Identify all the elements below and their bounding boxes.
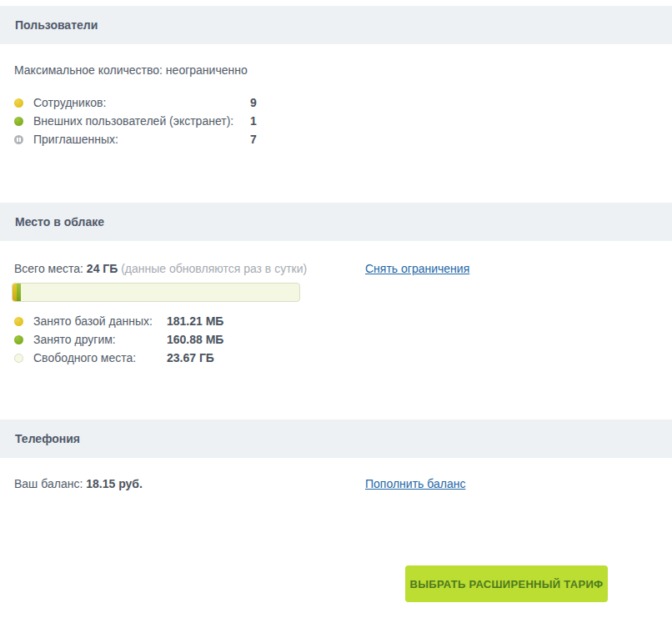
employees-count: 9 (250, 96, 257, 109)
invited-pause-icon (14, 135, 23, 144)
cloud-total-label: Всего места: (14, 262, 83, 275)
users-max-count-line: Максимальное количество: неограниченно (14, 63, 672, 77)
free-space-value: 23.67 ГБ (167, 351, 214, 364)
db-usage-label: Занято базой данных: (33, 314, 167, 328)
cloud-stat-list: Занято базой данных: 181.21 МБ Занято др… (0, 312, 672, 367)
choose-extended-tariff-button[interactable]: ВЫБРАТЬ РАСШИРЕННЫЙ ТАРИФ (405, 565, 608, 602)
cloud-total-line: Всего места: 24 ГБ (данные обновляются р… (14, 262, 672, 276)
cloud-row-free: Свободного места: 23.67 ГБ (0, 349, 672, 367)
employees-dot-icon (14, 98, 23, 108)
users-stat-list: Сотрудников: 9 Внешних пользователей (эк… (0, 93, 672, 148)
telephony-section-title: Телефония (15, 432, 80, 445)
extranet-dot-icon (14, 117, 23, 126)
invited-label: Приглашенных: (33, 133, 250, 146)
employees-label: Сотрудников: (33, 96, 250, 109)
cloud-section-header: Место в облаке (0, 203, 672, 241)
users-row-invited: Приглашенных: 7 (0, 130, 672, 148)
users-row-employees: Сотрудников: 9 (0, 93, 672, 112)
free-space-dot-icon (14, 354, 23, 363)
cloud-section-title: Место в облаке (15, 215, 104, 229)
extranet-label: Внешних пользователей (экстранет): (33, 114, 250, 128)
balance-label: Ваш баланс: (14, 477, 83, 490)
other-usage-value: 160.88 МБ (167, 333, 223, 346)
balance-value: 18.15 руб. (86, 477, 143, 490)
telephony-balance-line: Ваш баланс: 18.15 руб. Пополнить баланс (14, 477, 672, 491)
cloud-total-value: 24 ГБ (87, 262, 118, 275)
users-row-extranet: Внешних пользователей (экстранет): 1 (0, 112, 672, 130)
extranet-count: 1 (250, 114, 257, 128)
other-usage-dot-icon (14, 335, 23, 344)
users-section-header: Пользователи (0, 6, 672, 44)
cloud-row-other: Занято другим: 160.88 МБ (0, 330, 672, 349)
cloud-update-note: (данные обновляются раз в сутки) (121, 262, 307, 275)
db-usage-value: 181.21 МБ (167, 314, 223, 328)
telephony-section-header: Телефония (0, 420, 672, 458)
invited-count: 7 (250, 133, 257, 146)
other-usage-segment (17, 284, 21, 301)
other-usage-label: Занято другим: (33, 333, 167, 346)
cloud-row-db: Занято базой данных: 181.21 МБ (0, 312, 672, 330)
cloud-usage-progress-bar (12, 283, 300, 302)
remove-limits-link[interactable]: Снять ограничения (365, 262, 469, 276)
db-usage-dot-icon (14, 317, 23, 326)
free-space-label: Свободного места: (33, 351, 167, 364)
license-overview-page: Пользователи Максимальное количество: не… (0, 0, 672, 618)
section-gap (0, 367, 672, 420)
section-gap (0, 148, 672, 203)
users-section-title: Пользователи (15, 18, 98, 32)
topup-balance-link[interactable]: Пополнить баланс (365, 477, 465, 491)
